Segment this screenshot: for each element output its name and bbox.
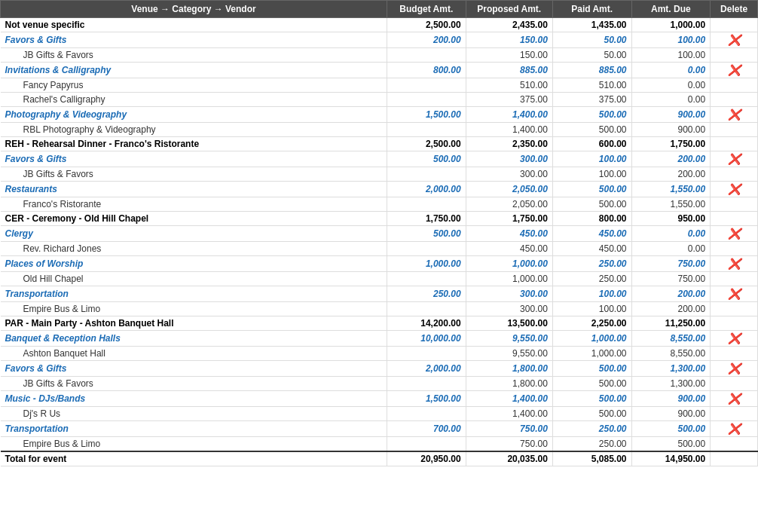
row-proposed: 300.00 bbox=[466, 286, 552, 302]
row-budget bbox=[387, 407, 466, 421]
row-delete[interactable]: ❌ bbox=[711, 256, 758, 272]
row-budget: 500.00 bbox=[387, 226, 466, 242]
row-due: 1,300.00 bbox=[631, 377, 711, 391]
row-delete[interactable]: ❌ bbox=[711, 421, 758, 437]
row-delete[interactable]: ❌ bbox=[711, 32, 758, 48]
row-due: 1,000.00 bbox=[631, 18, 711, 32]
row-delete[interactable]: ❌ bbox=[711, 391, 758, 407]
row-label: Empire Bus & Limo bbox=[1, 437, 387, 452]
row-proposed: 13,500.00 bbox=[466, 316, 552, 331]
row-label: Invitations & Calligraphy bbox=[1, 63, 387, 78]
row-proposed: 1,000.00 bbox=[466, 256, 552, 272]
table-row: Total for event20,950.0020,035.005,085.0… bbox=[1, 451, 758, 466]
row-paid: 5,085.00 bbox=[552, 451, 631, 466]
table-row: Banquet & Reception Halls10,000.009,550.… bbox=[1, 331, 758, 347]
row-label: Empire Bus & Limo bbox=[1, 302, 387, 316]
row-paid: 600.00 bbox=[552, 137, 631, 151]
row-budget: 20,950.00 bbox=[387, 451, 466, 466]
delete-icon[interactable]: ❌ bbox=[728, 288, 741, 300]
row-budget: 1,000.00 bbox=[387, 256, 466, 272]
table-row: Places of Worship1,000.001,000.00250.007… bbox=[1, 256, 758, 272]
row-label: Banquet & Reception Halls bbox=[1, 331, 387, 347]
table-row: Not venue specific2,500.002,435.001,435.… bbox=[1, 18, 758, 32]
row-label: Franco's Ristorante bbox=[1, 197, 387, 212]
budget-table-container[interactable]: Venue → Category → Vendor Budget Amt. Pr… bbox=[0, 0, 758, 532]
header-proposed: Proposed Amt. bbox=[466, 1, 552, 18]
table-row: PAR - Main Party - Ashton Banquet Hall14… bbox=[1, 316, 758, 331]
delete-icon[interactable]: ❌ bbox=[728, 332, 741, 344]
table-header-row: Venue → Category → Vendor Budget Amt. Pr… bbox=[1, 1, 758, 18]
row-budget: 1,500.00 bbox=[387, 391, 466, 407]
row-due: 0.00 bbox=[631, 63, 711, 78]
row-delete bbox=[711, 167, 758, 182]
table-row: Clergy500.00450.00450.000.00❌ bbox=[1, 226, 758, 242]
delete-icon[interactable]: ❌ bbox=[728, 109, 741, 121]
row-proposed: 510.00 bbox=[466, 78, 552, 93]
row-proposed: 2,350.00 bbox=[466, 137, 552, 151]
row-paid: 100.00 bbox=[552, 167, 631, 182]
row-proposed: 1,400.00 bbox=[466, 407, 552, 421]
row-due: 0.00 bbox=[631, 93, 711, 107]
row-proposed: 9,550.00 bbox=[466, 347, 552, 361]
row-budget bbox=[387, 347, 466, 361]
row-budget: 250.00 bbox=[387, 286, 466, 302]
row-delete[interactable]: ❌ bbox=[711, 286, 758, 302]
table-row: Favors & Gifts500.00300.00100.00200.00❌ bbox=[1, 151, 758, 167]
row-delete[interactable]: ❌ bbox=[711, 226, 758, 242]
budget-table: Venue → Category → Vendor Budget Amt. Pr… bbox=[0, 0, 758, 466]
row-delete[interactable]: ❌ bbox=[711, 151, 758, 167]
delete-icon[interactable]: ❌ bbox=[728, 153, 741, 165]
row-proposed: 2,050.00 bbox=[466, 197, 552, 212]
row-label: Favors & Gifts bbox=[1, 361, 387, 377]
row-budget bbox=[387, 377, 466, 391]
row-budget: 2,500.00 bbox=[387, 18, 466, 32]
row-label: Favors & Gifts bbox=[1, 32, 387, 48]
row-paid: 100.00 bbox=[552, 286, 631, 302]
row-paid: 250.00 bbox=[552, 437, 631, 452]
row-budget bbox=[387, 242, 466, 256]
row-delete[interactable]: ❌ bbox=[711, 361, 758, 377]
row-proposed: 750.00 bbox=[466, 421, 552, 437]
row-paid: 100.00 bbox=[552, 151, 631, 167]
row-due: 750.00 bbox=[631, 272, 711, 286]
table-row: Empire Bus & Limo300.00100.00200.00 bbox=[1, 302, 758, 316]
row-proposed: 300.00 bbox=[466, 151, 552, 167]
row-due: 1,550.00 bbox=[631, 197, 711, 212]
row-label: JB Gifts & Favors bbox=[1, 377, 387, 391]
row-paid: 885.00 bbox=[552, 63, 631, 78]
row-budget: 500.00 bbox=[387, 151, 466, 167]
row-due: 750.00 bbox=[631, 256, 711, 272]
row-label: Old Hill Chapel bbox=[1, 272, 387, 286]
table-row: Favors & Gifts2,000.001,800.00500.001,30… bbox=[1, 361, 758, 377]
table-row: Ashton Banquet Hall9,550.001,000.008,550… bbox=[1, 347, 758, 361]
row-delete[interactable]: ❌ bbox=[711, 63, 758, 78]
row-delete[interactable]: ❌ bbox=[711, 182, 758, 197]
delete-icon[interactable]: ❌ bbox=[728, 228, 741, 240]
table-row: Restaurants2,000.002,050.00500.001,550.0… bbox=[1, 182, 758, 197]
row-proposed: 885.00 bbox=[466, 63, 552, 78]
row-delete bbox=[711, 48, 758, 63]
delete-icon[interactable]: ❌ bbox=[728, 64, 741, 76]
delete-icon[interactable]: ❌ bbox=[728, 34, 741, 46]
row-paid: 500.00 bbox=[552, 182, 631, 197]
table-row: REH - Rehearsal Dinner - Franco's Ristor… bbox=[1, 137, 758, 151]
row-label: Rev. Richard Jones bbox=[1, 242, 387, 256]
delete-icon[interactable]: ❌ bbox=[728, 423, 741, 435]
row-delete[interactable]: ❌ bbox=[711, 107, 758, 123]
delete-icon[interactable]: ❌ bbox=[728, 258, 741, 270]
row-proposed: 2,050.00 bbox=[466, 182, 552, 197]
row-label: Places of Worship bbox=[1, 256, 387, 272]
delete-icon[interactable]: ❌ bbox=[728, 183, 741, 195]
row-paid: 800.00 bbox=[552, 212, 631, 226]
delete-icon[interactable]: ❌ bbox=[728, 393, 741, 405]
row-delete bbox=[711, 137, 758, 151]
row-due: 200.00 bbox=[631, 151, 711, 167]
row-proposed: 20,035.00 bbox=[466, 451, 552, 466]
row-budget bbox=[387, 197, 466, 212]
row-delete[interactable]: ❌ bbox=[711, 331, 758, 347]
row-label: JB Gifts & Favors bbox=[1, 167, 387, 182]
row-due: 1,550.00 bbox=[631, 182, 711, 197]
row-label: Clergy bbox=[1, 226, 387, 242]
delete-icon[interactable]: ❌ bbox=[728, 362, 741, 375]
row-label: Fancy Papyrus bbox=[1, 78, 387, 93]
